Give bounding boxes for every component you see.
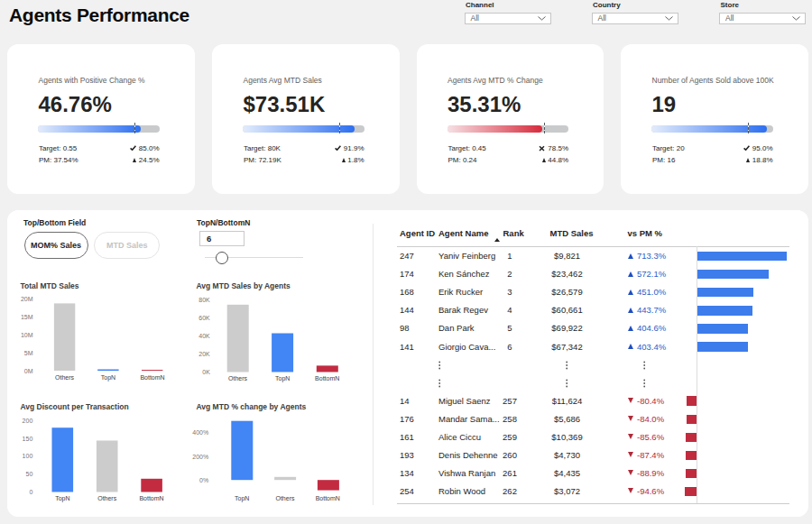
svg-text:20M: 20M [21, 296, 33, 302]
svg-text:BottomN: BottomN [316, 495, 340, 501]
svg-text:TopN: TopN [101, 374, 115, 382]
svg-text:TopN: TopN [235, 495, 249, 502]
svg-text:0K: 0K [202, 369, 210, 375]
svg-text:Others: Others [97, 495, 117, 501]
svg-text:5M: 5M [24, 350, 33, 356]
svg-text:80K: 80K [198, 297, 210, 303]
svg-text:40K: 40K [198, 333, 210, 339]
svg-text:0: 0 [29, 489, 32, 495]
svg-text:0M: 0M [24, 368, 33, 374]
svg-text:50: 50 [26, 471, 33, 477]
svg-text:Others: Others [55, 374, 75, 381]
svg-text:400%: 400% [192, 429, 208, 436]
svg-text:200%: 200% [192, 454, 208, 460]
svg-text:150: 150 [23, 436, 33, 442]
svg-text:100: 100 [23, 453, 33, 459]
svg-text:TopN: TopN [55, 495, 69, 502]
svg-text:0%: 0% [199, 477, 208, 483]
svg-text:BottomN: BottomN [140, 374, 164, 381]
svg-text:10M: 10M [21, 332, 33, 338]
svg-text:60K: 60K [198, 315, 210, 321]
svg-text:200: 200 [23, 418, 33, 424]
svg-text:20K: 20K [198, 351, 210, 357]
svg-text:Others: Others [228, 375, 248, 382]
svg-text:BottomN: BottomN [139, 495, 163, 501]
svg-text:TopN: TopN [275, 375, 290, 382]
svg-text:15M: 15M [21, 314, 33, 320]
svg-text:BottomN: BottomN [315, 375, 339, 382]
svg-text:Others: Others [275, 495, 295, 501]
